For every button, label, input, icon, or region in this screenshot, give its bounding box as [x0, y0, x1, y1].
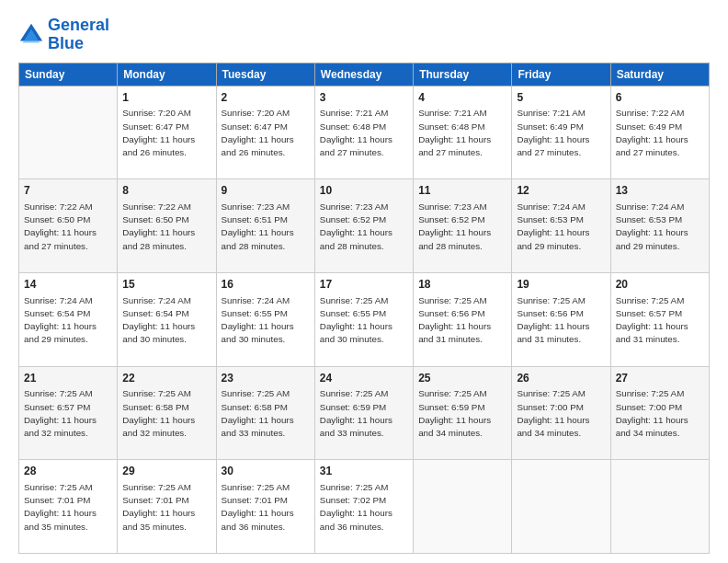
page: General Blue SundayMondayTuesdayWednesda…: [0, 0, 728, 563]
logo-text: General Blue: [48, 17, 109, 53]
day-info: Sunrise: 7:22 AM Sunset: 6:49 PM Dayligh…: [616, 107, 704, 159]
day-number: 2: [222, 90, 310, 106]
calendar-cell: 30Sunrise: 7:25 AM Sunset: 7:01 PM Dayli…: [216, 460, 314, 554]
day-number: 13: [616, 183, 704, 199]
day-info: Sunrise: 7:25 AM Sunset: 7:00 PM Dayligh…: [517, 387, 605, 440]
day-of-week-header: Sunday: [19, 63, 118, 86]
day-info: Sunrise: 7:25 AM Sunset: 7:01 PM Dayligh…: [222, 481, 310, 534]
calendar-cell: 19Sunrise: 7:25 AM Sunset: 6:56 PM Dayli…: [512, 272, 610, 366]
day-number: 11: [418, 183, 506, 199]
day-info: Sunrise: 7:24 AM Sunset: 6:53 PM Dayligh…: [517, 201, 605, 253]
calendar-cell: 21Sunrise: 7:25 AM Sunset: 6:57 PM Dayli…: [19, 366, 118, 460]
day-number: 26: [517, 371, 605, 386]
calendar-week-row: 28Sunrise: 7:25 AM Sunset: 7:01 PM Dayli…: [19, 460, 710, 554]
calendar-cell: 15Sunrise: 7:24 AM Sunset: 6:54 PM Dayli…: [118, 272, 216, 366]
calendar-cell: 6Sunrise: 7:22 AM Sunset: 6:49 PM Daylig…: [610, 86, 709, 179]
calendar-cell: 16Sunrise: 7:24 AM Sunset: 6:55 PM Dayli…: [216, 272, 314, 366]
calendar-week-row: 1Sunrise: 7:20 AM Sunset: 6:47 PM Daylig…: [19, 86, 710, 179]
day-info: Sunrise: 7:22 AM Sunset: 6:50 PM Dayligh…: [122, 201, 210, 253]
day-info: Sunrise: 7:25 AM Sunset: 6:56 PM Dayligh…: [517, 294, 605, 347]
calendar-cell: 22Sunrise: 7:25 AM Sunset: 6:58 PM Dayli…: [118, 366, 216, 460]
calendar-table: SundayMondayTuesdayWednesdayThursdayFrid…: [18, 63, 710, 554]
day-info: Sunrise: 7:25 AM Sunset: 6:57 PM Dayligh…: [24, 387, 112, 440]
calendar-cell: 4Sunrise: 7:21 AM Sunset: 6:48 PM Daylig…: [414, 86, 512, 179]
calendar-cell: 18Sunrise: 7:25 AM Sunset: 6:56 PM Dayli…: [414, 272, 512, 366]
day-info: Sunrise: 7:25 AM Sunset: 7:01 PM Dayligh…: [122, 481, 210, 534]
day-number: 10: [320, 183, 408, 199]
day-number: 30: [222, 464, 310, 479]
day-number: 28: [24, 464, 112, 479]
calendar-cell: 14Sunrise: 7:24 AM Sunset: 6:54 PM Dayli…: [19, 272, 118, 366]
calendar-week-row: 14Sunrise: 7:24 AM Sunset: 6:54 PM Dayli…: [19, 272, 710, 366]
calendar-cell: 26Sunrise: 7:25 AM Sunset: 7:00 PM Dayli…: [512, 366, 610, 460]
day-number: 9: [222, 183, 310, 199]
calendar-cell: 25Sunrise: 7:25 AM Sunset: 6:59 PM Dayli…: [414, 366, 512, 460]
day-number: 21: [24, 371, 112, 386]
day-info: Sunrise: 7:21 AM Sunset: 6:49 PM Dayligh…: [517, 107, 605, 159]
day-info: Sunrise: 7:25 AM Sunset: 6:58 PM Dayligh…: [222, 387, 310, 440]
day-info: Sunrise: 7:23 AM Sunset: 6:52 PM Dayligh…: [320, 201, 408, 253]
calendar-cell: 7Sunrise: 7:22 AM Sunset: 6:50 PM Daylig…: [19, 179, 118, 273]
day-number: 16: [222, 277, 310, 293]
day-number: 5: [517, 90, 605, 106]
calendar-cell: 17Sunrise: 7:25 AM Sunset: 6:55 PM Dayli…: [314, 272, 413, 366]
day-number: 31: [320, 464, 408, 479]
day-info: Sunrise: 7:25 AM Sunset: 7:00 PM Dayligh…: [616, 387, 704, 440]
day-of-week-header: Monday: [118, 63, 216, 86]
day-info: Sunrise: 7:20 AM Sunset: 6:47 PM Dayligh…: [222, 107, 310, 159]
day-of-week-header: Friday: [512, 63, 610, 86]
calendar-cell: 8Sunrise: 7:22 AM Sunset: 6:50 PM Daylig…: [118, 179, 216, 273]
logo-icon: [18, 22, 44, 48]
day-info: Sunrise: 7:25 AM Sunset: 6:59 PM Dayligh…: [320, 387, 408, 440]
calendar-cell: 9Sunrise: 7:23 AM Sunset: 6:51 PM Daylig…: [216, 179, 314, 273]
day-number: 25: [418, 371, 506, 386]
day-info: Sunrise: 7:25 AM Sunset: 6:59 PM Dayligh…: [418, 387, 506, 440]
calendar-header: SundayMondayTuesdayWednesdayThursdayFrid…: [19, 63, 710, 86]
header: General Blue: [18, 17, 710, 53]
day-number: 18: [418, 277, 506, 293]
day-number: 15: [122, 277, 210, 293]
calendar-cell: 11Sunrise: 7:23 AM Sunset: 6:52 PM Dayli…: [414, 179, 512, 273]
calendar-cell: 3Sunrise: 7:21 AM Sunset: 6:48 PM Daylig…: [314, 86, 413, 179]
day-info: Sunrise: 7:21 AM Sunset: 6:48 PM Dayligh…: [418, 107, 506, 159]
logo: General Blue: [18, 17, 109, 53]
day-info: Sunrise: 7:25 AM Sunset: 6:57 PM Dayligh…: [616, 294, 704, 347]
calendar-week-row: 21Sunrise: 7:25 AM Sunset: 6:57 PM Dayli…: [19, 366, 710, 460]
day-of-week-header: Tuesday: [216, 63, 314, 86]
day-number: 24: [320, 371, 408, 386]
calendar-cell: 5Sunrise: 7:21 AM Sunset: 6:49 PM Daylig…: [512, 86, 610, 179]
day-number: 14: [24, 277, 112, 293]
calendar-cell: 13Sunrise: 7:24 AM Sunset: 6:53 PM Dayli…: [610, 179, 709, 273]
day-number: 17: [320, 277, 408, 293]
day-number: 3: [320, 90, 408, 106]
day-info: Sunrise: 7:21 AM Sunset: 6:48 PM Dayligh…: [320, 107, 408, 159]
day-info: Sunrise: 7:25 AM Sunset: 7:01 PM Dayligh…: [24, 481, 112, 534]
calendar-cell: 31Sunrise: 7:25 AM Sunset: 7:02 PM Dayli…: [314, 460, 413, 554]
day-info: Sunrise: 7:24 AM Sunset: 6:55 PM Dayligh…: [222, 294, 310, 347]
calendar-body: 1Sunrise: 7:20 AM Sunset: 6:47 PM Daylig…: [19, 86, 710, 553]
day-info: Sunrise: 7:24 AM Sunset: 6:54 PM Dayligh…: [122, 294, 210, 347]
day-number: 27: [616, 371, 704, 386]
day-number: 20: [616, 277, 704, 293]
calendar-cell: [610, 460, 709, 554]
day-number: 12: [517, 183, 605, 199]
calendar-cell: 10Sunrise: 7:23 AM Sunset: 6:52 PM Dayli…: [314, 179, 413, 273]
day-number: 29: [122, 464, 210, 479]
calendar-cell: [512, 460, 610, 554]
day-number: 22: [122, 371, 210, 386]
day-info: Sunrise: 7:24 AM Sunset: 6:54 PM Dayligh…: [24, 294, 112, 347]
day-number: 1: [122, 90, 210, 106]
day-info: Sunrise: 7:25 AM Sunset: 6:56 PM Dayligh…: [418, 294, 506, 347]
calendar-cell: 1Sunrise: 7:20 AM Sunset: 6:47 PM Daylig…: [118, 86, 216, 179]
day-of-week-header: Saturday: [610, 63, 709, 86]
day-of-week-header: Wednesday: [314, 63, 413, 86]
calendar-cell: 27Sunrise: 7:25 AM Sunset: 7:00 PM Dayli…: [610, 366, 709, 460]
calendar-cell: 24Sunrise: 7:25 AM Sunset: 6:59 PM Dayli…: [314, 366, 413, 460]
day-number: 23: [222, 371, 310, 386]
day-info: Sunrise: 7:25 AM Sunset: 6:55 PM Dayligh…: [320, 294, 408, 347]
day-info: Sunrise: 7:25 AM Sunset: 6:58 PM Dayligh…: [122, 387, 210, 440]
header-row: SundayMondayTuesdayWednesdayThursdayFrid…: [19, 63, 710, 86]
day-info: Sunrise: 7:23 AM Sunset: 6:51 PM Dayligh…: [222, 201, 310, 253]
calendar-cell: [19, 86, 118, 179]
calendar-cell: [414, 460, 512, 554]
